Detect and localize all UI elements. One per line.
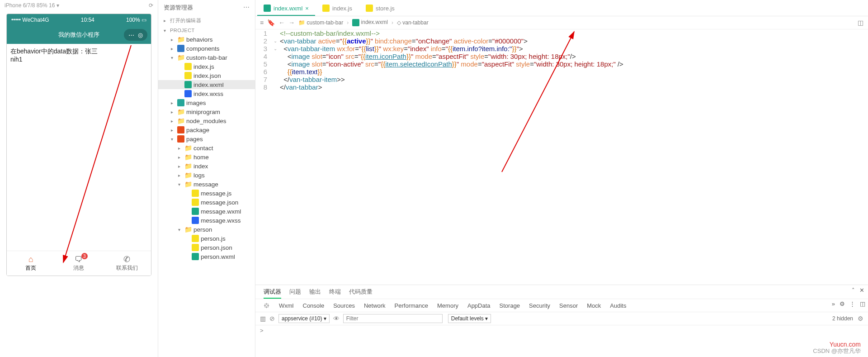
tree-item[interactable]: ▸📁logs <box>158 171 255 180</box>
eye-icon[interactable]: 👁 <box>333 315 340 322</box>
bookmark-icon[interactable]: 🔖 <box>267 19 275 26</box>
sim-tools[interactable]: ⟳ <box>149 2 153 9</box>
devtools-subtab[interactable]: Sensor <box>559 302 578 309</box>
tree-item[interactable]: ▾📁person <box>158 225 255 234</box>
tree-item[interactable]: ▸📁behaviors <box>158 35 255 44</box>
code-line[interactable]: 2⌄<van-tabbar active="{{active}}" bind:c… <box>255 37 868 45</box>
devtools-extra-icons[interactable]: » ⚙ ⋮ ◫ <box>832 300 865 307</box>
breadcrumb[interactable]: ≡ 🔖 ← → 📁 custom-tab-bar› index.wxml› ◇ … <box>255 16 868 29</box>
devtools-subtab[interactable]: Performance <box>395 302 428 309</box>
tree-item[interactable]: message.js <box>158 189 255 198</box>
tab-item[interactable]: ⌂首页 <box>7 251 55 276</box>
devtools-window-controls[interactable]: ˄ ✕ <box>852 287 864 294</box>
context-select[interactable]: appservice (#10) ▾ <box>278 314 330 323</box>
editor-tab[interactable]: store.js <box>359 1 401 16</box>
tree-item[interactable]: ▾pages <box>158 134 255 143</box>
tree-item[interactable]: ▸📁miniprogram <box>158 107 255 116</box>
devtools-subtab[interactable]: Console <box>303 302 325 309</box>
tree-item[interactable]: index.wxss <box>158 89 255 98</box>
devtools-tab[interactable]: 终端 <box>329 288 341 296</box>
settings-icon[interactable]: ⚙ <box>840 300 845 307</box>
target-icon[interactable]: ◎ <box>136 30 145 39</box>
list-icon[interactable]: ≡ <box>260 19 264 26</box>
nav-bar: 我的微信小程序 ⋯ ◎ <box>7 26 151 44</box>
devtools-tab[interactable]: 输出 <box>309 288 321 296</box>
inspect-icon[interactable]: ⯐ <box>264 302 270 309</box>
devtools-tab[interactable]: 问题 <box>289 288 301 296</box>
more-icon[interactable]: ⋯ <box>243 4 250 12</box>
open-editors-section[interactable]: ▸打开的编辑器 <box>158 15 255 26</box>
forward-icon[interactable]: → <box>288 19 295 26</box>
explorer-body[interactable]: ▸打开的编辑器 ▾PROJECT ▸📁behaviors▸components▾… <box>158 15 255 357</box>
crumb-file[interactable]: index.wxml <box>352 19 388 26</box>
more-vert-icon[interactable]: ⋮ <box>849 300 855 307</box>
code-line[interactable]: 4 <image slot="icon" src="{{item.iconPat… <box>255 52 868 60</box>
tree-item[interactable]: ▸package <box>158 125 255 134</box>
devtools-subtab[interactable]: Sources <box>333 302 355 309</box>
capsule-buttons[interactable]: ⋯ ◎ <box>124 29 147 41</box>
crumb-symbol[interactable]: ◇ van-tabbar <box>397 19 429 26</box>
tree-item[interactable]: index.js <box>158 62 255 71</box>
crumb-folder[interactable]: 📁 custom-tab-bar <box>298 19 343 26</box>
tree-item[interactable]: message.wxss <box>158 216 255 225</box>
devtools-subtab[interactable]: Audits <box>610 302 626 309</box>
hidden-count[interactable]: 2 hidden <box>832 315 853 322</box>
code-editor[interactable]: 1<!--custom-tab-bar/index.wxml-->2⌄<van-… <box>255 29 868 285</box>
dock-icon[interactable]: ◫ <box>860 300 865 307</box>
tree-label: person.js <box>201 235 226 242</box>
tree-item[interactable]: ▾📁custom-tab-bar <box>158 53 255 62</box>
clear-icon[interactable]: ⊘ <box>269 315 275 322</box>
close-icon[interactable]: ✕ <box>859 287 864 294</box>
tree-item[interactable]: ▸📁home <box>158 152 255 162</box>
console-body[interactable]: > Yuucn.com CSDN @亦世凡华 <box>255 325 868 357</box>
devtools-tab[interactable]: 调试器 <box>264 288 281 299</box>
code-line[interactable]: 5 <image slot="icon-active" src="{{item.… <box>255 60 868 68</box>
tree-item[interactable]: ▾📁message <box>158 180 255 189</box>
play-icon[interactable]: ▥ <box>260 315 266 322</box>
devtools-pane: ˄ ✕ 调试器问题输出终端代码质量 ⯐ WxmlConsoleSourcesNe… <box>255 285 868 357</box>
devtools-subtab[interactable]: Mock <box>587 302 601 309</box>
battery-label: 100% ▭ <box>126 17 146 23</box>
code-line[interactable]: 6 {{item.text}} <box>255 68 868 76</box>
tree-item[interactable]: person.json <box>158 243 255 252</box>
devtools-subtab[interactable]: Wxml <box>279 302 294 309</box>
tree-item[interactable]: ▸📁node_modules <box>158 116 255 125</box>
close-tab-icon[interactable]: × <box>305 5 309 12</box>
chevron-up-icon[interactable]: ˄ <box>852 287 855 294</box>
tree-item[interactable]: ▸components <box>158 44 255 53</box>
sim-toolbar: iPhone 6/7/8 85% 16 ▾ ⟳ <box>0 0 158 11</box>
tab-item[interactable]: 🗨消息3 <box>55 251 103 276</box>
devtools-subtab[interactable]: Security <box>529 302 550 309</box>
tree-item[interactable]: message.json <box>158 198 255 207</box>
tab-item[interactable]: ✆联系我们 <box>103 251 151 276</box>
code-line[interactable]: 3⌄ <van-tabbar-item wx:for="{{list}}" wx… <box>255 45 868 52</box>
tree-item[interactable]: ▸📁contact <box>158 143 255 152</box>
tree-item[interactable]: message.wxml <box>158 207 255 216</box>
devtools-tab[interactable]: 代码质量 <box>349 288 373 296</box>
devtools-subtab[interactable]: AppData <box>467 302 491 309</box>
devtools-subtab[interactable]: Network <box>364 302 386 309</box>
code-line[interactable]: 7 </van-tabbar-item>> <box>255 76 868 83</box>
code-line[interactable]: 1<!--custom-tab-bar/index.wxml--> <box>255 29 868 37</box>
tree-item[interactable]: person.js <box>158 234 255 243</box>
tree-item[interactable]: person.wxml <box>158 252 255 261</box>
phone-statusbar: ••••• WeChat4G 10:54 100% ▭ <box>7 14 151 26</box>
tree-item[interactable]: index.json <box>158 71 255 80</box>
tree-item[interactable]: index.wxml <box>158 80 255 89</box>
editor-tab[interactable]: index.js <box>316 1 359 16</box>
tree-item[interactable]: ▸images <box>158 98 255 107</box>
overflow-icon[interactable]: » <box>832 300 835 307</box>
editor-tab[interactable]: index.wxml × <box>257 1 315 16</box>
menu-icon[interactable]: ⋯ <box>127 30 136 39</box>
tree-item[interactable]: ▸📁index <box>158 162 255 171</box>
project-section[interactable]: ▾PROJECT <box>158 26 255 35</box>
levels-select[interactable]: Default levels ▾ <box>448 314 491 323</box>
filter-input[interactable] <box>343 314 443 323</box>
tree-label: message.wxml <box>201 208 241 215</box>
split-icon[interactable]: ◫ <box>858 19 863 26</box>
devtools-subtab[interactable]: Storage <box>500 302 520 309</box>
gear-icon[interactable]: ⚙ <box>858 315 863 322</box>
back-icon[interactable]: ← <box>278 19 285 26</box>
code-line[interactable]: 8</van-tabbar> <box>255 83 868 91</box>
devtools-subtab[interactable]: Memory <box>437 302 458 309</box>
